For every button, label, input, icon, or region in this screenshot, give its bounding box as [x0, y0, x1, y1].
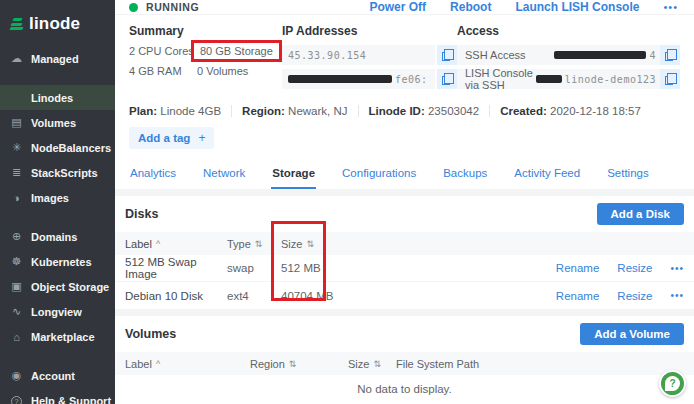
disks-card: Disks Add a Disk Label^ Type⇅ Size⇅ 512 …	[115, 196, 694, 309]
ssh-access-visible: 4	[649, 50, 656, 61]
disk-type: swap	[227, 262, 281, 274]
ipv6-redaction-scribble	[288, 75, 392, 83]
linode-logo-icon	[10, 17, 23, 32]
sidebar-item-nodebalancers[interactable]: ✳ NodeBalancers	[0, 135, 115, 160]
sidebar-item-label: Linodes	[31, 92, 73, 104]
sidebar-item-stackscripts[interactable]: ≣ StackScripts	[0, 160, 115, 185]
ipv4-row: 45.33.90.154	[282, 45, 457, 65]
more-actions-ellipsis-icon[interactable]: •••	[663, 1, 678, 13]
linode-tabs: Analytics Network Storage Configurations…	[115, 159, 694, 189]
disks-sort-size[interactable]: Size⇅	[281, 238, 401, 250]
copy-icon	[442, 52, 450, 61]
volumes-empty-message: No data to display.	[115, 375, 694, 404]
rename-disk-button[interactable]: Rename	[556, 290, 599, 302]
plus-icon: +	[198, 131, 205, 145]
sort-asc-icon: ^	[156, 239, 160, 249]
sidebar-item-label: Marketplace	[31, 331, 95, 343]
add-disk-button[interactable]: Add a Disk	[597, 203, 684, 225]
plan-detail: Plan: Linode 4GB	[129, 105, 221, 117]
resize-disk-button[interactable]: Resize	[617, 262, 652, 274]
disk-row-debian: Debian 10 Disk ext4 40704 MB Rename Resi…	[115, 282, 694, 309]
sidebar-item-help-support[interactable]: ? Help & Support	[0, 388, 115, 404]
linode-logo[interactable]: linode	[0, 8, 115, 46]
account-icon: ◉	[10, 369, 23, 382]
region-detail: Region: Newark, NJ	[242, 105, 347, 117]
linode-id-detail: Linode ID: 23503042	[369, 105, 480, 117]
sidebar-item-domains[interactable]: ⊕ Domains	[0, 224, 115, 249]
tab-network[interactable]: Network	[202, 161, 246, 189]
sidebar-item-account[interactable]: ◉ Account	[0, 363, 115, 388]
disks-sort-label[interactable]: Label^	[125, 238, 227, 250]
sidebar-item-object-storage[interactable]: ▣ Object Storage	[0, 274, 115, 299]
status-indicator: RUNNING	[129, 1, 199, 13]
lish-console-row: LISH Console via SSH linode-demo123	[457, 69, 680, 89]
sidebar-item-longview[interactable]: ∿ Longview	[0, 299, 115, 324]
ipv4-address: 45.33.90.154	[288, 50, 366, 61]
lish-console-label: LISH Console via SSH	[465, 67, 536, 91]
access-section: Access SSH Access 4 LISH Console via SSH…	[457, 24, 680, 93]
summary-grid: 2 CPU Cores 80 GB Storage 4 GB RAM 0 Vol…	[129, 45, 282, 77]
disk-more-actions-icon[interactable]: •••	[670, 263, 684, 274]
tab-analytics[interactable]: Analytics	[129, 161, 177, 189]
add-tag-label: Add a tag	[138, 132, 190, 144]
main-content: RUNNING Power Off Reboot Launch LISH Con…	[115, 0, 694, 404]
longview-pulse-icon: ∿	[10, 305, 23, 318]
lish-redaction-scribble	[536, 75, 562, 83]
sort-asc-icon: ^	[156, 359, 160, 369]
copy-lish-button[interactable]	[660, 69, 680, 89]
rename-disk-button[interactable]: Rename	[556, 262, 599, 274]
sidebar-item-images[interactable]: ◑ Images	[0, 185, 115, 210]
disks-sort-type[interactable]: Type⇅	[227, 238, 281, 250]
linode-cloud-manager: linode ☁ Managed Linodes ▤ Volumes ✳ Nod…	[0, 0, 694, 404]
launch-lish-console-button[interactable]: Launch LISH Console	[515, 0, 639, 14]
copy-ssh-access-button[interactable]	[660, 45, 680, 65]
sidebar-item-managed[interactable]: ☁ Managed	[0, 46, 115, 71]
sidebar-item-kubernetes[interactable]: ☸ Kubernetes	[0, 249, 115, 274]
help-floating-button[interactable]: ?	[659, 370, 686, 397]
sidebar-group-account: ◉ Account ? Help & Support	[0, 363, 115, 404]
stackscripts-icon: ≣	[10, 166, 23, 179]
ssh-access-row: SSH Access 4	[457, 45, 680, 65]
volumes-sort-label[interactable]: Label^	[125, 358, 250, 370]
volumes-icon: ▤	[10, 116, 23, 129]
created-detail: Created: 2020-12-18 18:57	[500, 105, 641, 117]
volumes-card: Volumes Add a Volume Label^ Region⇅ Size…	[115, 316, 694, 404]
summary-ram: 4 GB RAM	[129, 65, 197, 77]
images-icon: ◑	[10, 192, 23, 204]
sidebar-item-linodes[interactable]: Linodes	[0, 85, 115, 110]
disk-more-actions-icon[interactable]: •••	[670, 290, 684, 301]
linode-status-bar: RUNNING Power Off Reboot Launch LISH Con…	[115, 0, 694, 15]
copy-ipv6-button[interactable]	[437, 69, 457, 89]
tab-configurations[interactable]: Configurations	[341, 161, 417, 189]
linodes-hexagon-icon	[10, 92, 23, 104]
marketplace-icon: ⌂	[10, 331, 23, 343]
tab-storage[interactable]: Storage	[271, 161, 316, 189]
sidebar-item-volumes[interactable]: ▤ Volumes	[0, 110, 115, 135]
sort-both-icon: ⇅	[255, 239, 263, 249]
linode-details-row: Plan: Linode 4GB Region: Newark, NJ Lino…	[115, 99, 694, 121]
ip-addresses-title: IP Addresses	[282, 24, 457, 38]
reboot-button[interactable]: Reboot	[450, 0, 491, 14]
ipv6-row: fe06:	[282, 69, 457, 89]
sidebar-item-label: Account	[31, 370, 75, 382]
tab-settings[interactable]: Settings	[606, 161, 650, 189]
copy-ipv4-button[interactable]	[437, 45, 457, 65]
domains-globe-icon: ⊕	[10, 230, 23, 243]
volumes-sort-size[interactable]: Size⇅	[348, 358, 396, 370]
running-status-dot-icon	[129, 3, 138, 12]
sidebar-item-label: Object Storage	[31, 281, 109, 293]
sidebar-item-label: Kubernetes	[31, 256, 92, 268]
disks-table-header: Label^ Type⇅ Size⇅	[115, 232, 694, 255]
ssh-access-label: SSH Access	[465, 49, 554, 61]
disk-size: 40704 MB	[281, 290, 401, 302]
tab-activity-feed[interactable]: Activity Feed	[513, 161, 581, 189]
resize-disk-button[interactable]: Resize	[617, 290, 652, 302]
power-off-button[interactable]: Power Off	[369, 0, 426, 14]
sidebar-item-marketplace[interactable]: ⌂ Marketplace	[0, 324, 115, 349]
summary-section: Summary 2 CPU Cores 80 GB Storage 4 GB R…	[129, 24, 282, 93]
tab-backups[interactable]: Backups	[442, 161, 488, 189]
volumes-sort-region[interactable]: Region⇅	[250, 358, 348, 370]
add-tag-button[interactable]: Add a tag +	[129, 127, 214, 149]
add-volume-button[interactable]: Add a Volume	[580, 323, 684, 345]
nodebalancers-icon: ✳	[10, 141, 23, 154]
